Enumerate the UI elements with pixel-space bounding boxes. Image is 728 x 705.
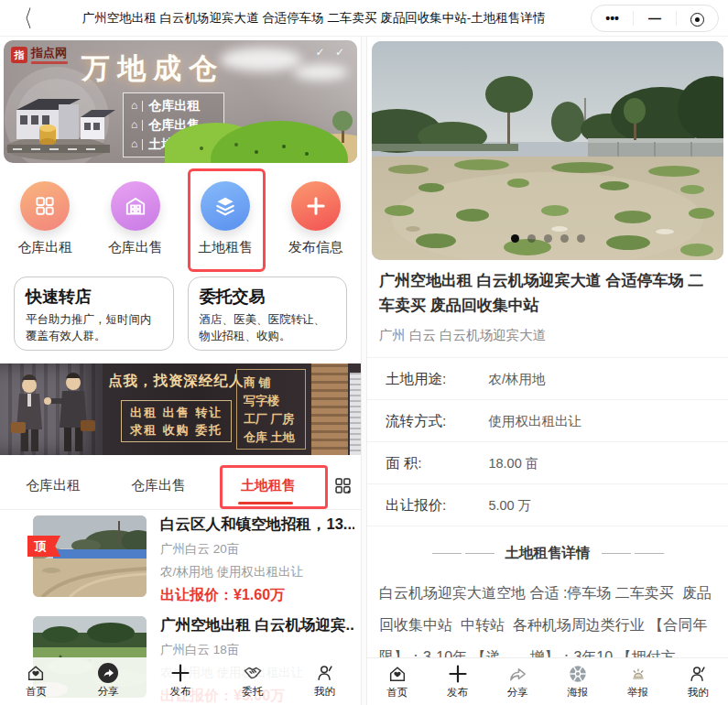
ad-slogan: 点我，找资深经纪人 bbox=[108, 372, 244, 391]
category-land[interactable]: 土地租售 bbox=[180, 176, 271, 256]
category-warehouse-rent[interactable]: 仓库出租 bbox=[0, 176, 91, 256]
field-row: 流转方式: 使用权出租出让 bbox=[367, 400, 728, 442]
carousel-dot[interactable] bbox=[511, 234, 519, 243]
handshake-icon bbox=[216, 662, 288, 684]
close-target-icon[interactable] bbox=[677, 5, 718, 31]
carousel-dot[interactable] bbox=[577, 234, 585, 243]
carousel-dot[interactable] bbox=[544, 234, 552, 243]
section-dash bbox=[432, 553, 462, 554]
detail-title: 广州空地出租 白云机场迎宾大道 合适停车场 二车卖买 废品回收集中站 bbox=[379, 268, 718, 318]
nav-report[interactable]: 举报 bbox=[608, 658, 668, 705]
nav-mine[interactable]: 我的 bbox=[288, 657, 361, 705]
plus-icon bbox=[145, 662, 217, 684]
building-decoration bbox=[311, 363, 348, 455]
share-circle-icon bbox=[72, 662, 145, 684]
nav-mine[interactable]: 我的 bbox=[668, 658, 728, 705]
section-header: 土地租售详情 bbox=[367, 544, 728, 563]
minimize-icon[interactable]: — bbox=[634, 5, 675, 31]
boxes-icon bbox=[20, 181, 70, 231]
siren-icon bbox=[608, 663, 668, 685]
promo-card-desc: 平台助力推广，短时间内覆盖有效人群。 bbox=[26, 311, 162, 344]
grid-menu-icon[interactable] bbox=[333, 476, 353, 495]
promo-card-entrust[interactable]: 委托交易 酒店、医美、医院转让、物业招租、收购。 bbox=[188, 277, 348, 351]
carousel-dot[interactable] bbox=[560, 234, 569, 243]
ad-property-types-box: 商 铺 写字楼 工厂 厂房 仓库 土地 bbox=[236, 369, 306, 450]
category-row: 仓库出租 仓库出售 土地租售 bbox=[0, 176, 361, 256]
tab-land[interactable]: 土地租售 bbox=[241, 477, 296, 494]
nav-publish[interactable]: 发布 bbox=[145, 657, 217, 705]
warehouse-icon bbox=[111, 181, 160, 231]
more-menu-icon[interactable]: ••• bbox=[592, 5, 633, 31]
promo-card-title: 快速转店 bbox=[26, 286, 162, 308]
nav-share[interactable]: 分享 bbox=[72, 657, 145, 705]
layers-icon bbox=[201, 181, 250, 231]
field-value: 农/林用地 bbox=[488, 372, 545, 386]
building-decoration bbox=[350, 373, 361, 455]
section-dash bbox=[635, 553, 664, 554]
nav-home[interactable]: 首页 bbox=[367, 658, 428, 705]
home-page-panel: 指 指点网 万地成仓 ✓ ✓ bbox=[0, 37, 361, 705]
listing-location: 广州白云 20亩 bbox=[160, 541, 354, 558]
detail-location: 广州 白云 白云机场迎宾大道 bbox=[379, 327, 546, 344]
land-photo[interactable] bbox=[372, 41, 723, 260]
home-icon: ⌂ bbox=[131, 137, 137, 151]
field-value: 5.00 万 bbox=[488, 498, 531, 513]
field-row: 土地用途: 农/林用地 bbox=[367, 358, 728, 400]
field-label: 面 积: bbox=[386, 442, 484, 484]
plus-icon bbox=[428, 663, 488, 685]
tab-warehouse-rent[interactable]: 仓库出租 bbox=[26, 477, 81, 494]
field-label: 出让报价: bbox=[386, 484, 484, 526]
bottom-nav: 首页 分享 发布 bbox=[0, 657, 361, 705]
promo-card-transfer[interactable]: 快速转店 平台助力推广，短时间内覆盖有效人群。 bbox=[14, 277, 174, 351]
check-decoration: ✓ ✓ bbox=[316, 46, 348, 59]
category-label: 仓库出租 bbox=[0, 239, 91, 256]
bottom-nav: 首页 发布 分享 bbox=[367, 657, 728, 705]
listing-type: 农/林用地 使用权出租出让 bbox=[160, 564, 354, 580]
field-row: 出让报价: 5.00 万 bbox=[367, 484, 728, 526]
section-title: 土地租售详情 bbox=[505, 544, 591, 563]
warehouse-illustration bbox=[4, 64, 121, 163]
field-row: 面 积: 18.00 亩 bbox=[367, 442, 728, 484]
carousel-dot[interactable] bbox=[527, 234, 536, 243]
category-label: 土地租售 bbox=[180, 239, 271, 256]
nav-publish[interactable]: 发布 bbox=[428, 658, 488, 705]
field-value: 使用权出租出让 bbox=[488, 414, 581, 428]
promo-card-desc: 酒店、医美、医院转让、物业招租、收购。 bbox=[200, 311, 336, 344]
listing-price: 出让报价：¥1.60万 bbox=[160, 586, 354, 605]
window-titlebar: 〈 广州空地出租 白云机场迎宾大道 合适停车场 二车卖买 废品回收集中站-土地租… bbox=[0, 0, 728, 37]
hero-banner[interactable]: 指 指点网 万地成仓 ✓ ✓ bbox=[4, 40, 357, 163]
tab-warehouse-sale[interactable]: 仓库出售 bbox=[131, 477, 186, 494]
nav-poster[interactable]: 海报 bbox=[548, 658, 608, 705]
listing-tabs: 仓库出租 仓库出售 土地租售 bbox=[0, 465, 361, 510]
page-title: 广州空地出租 白云机场迎宾大道 合适停车场 二车卖买 废品回收集中站-土地租售详… bbox=[55, 0, 572, 37]
nav-home[interactable]: 首页 bbox=[0, 657, 72, 705]
back-icon[interactable]: 〈 bbox=[15, 3, 33, 35]
field-value: 18.00 亩 bbox=[488, 456, 538, 471]
user-icon bbox=[288, 662, 361, 684]
promo-card-title: 委托交易 bbox=[200, 286, 336, 308]
section-dash bbox=[465, 553, 494, 554]
share-arrow-icon bbox=[487, 663, 548, 685]
ad-services-box: 出租 出售 转让 求租 收购 委托 bbox=[121, 400, 232, 442]
home-icon: ⌂ bbox=[131, 118, 137, 132]
listing-title: 白云区人和镇空地招租，13... bbox=[160, 515, 354, 535]
category-warehouse-sale[interactable]: 仓库出售 bbox=[91, 176, 181, 256]
listing-title: 广州空地出租 白云机场迎宾... bbox=[160, 615, 354, 635]
nav-share[interactable]: 分享 bbox=[487, 658, 548, 705]
listing-location: 广州白云 18亩 bbox=[160, 642, 354, 658]
active-tab-underline bbox=[238, 502, 293, 504]
carousel-dots bbox=[372, 234, 723, 243]
field-label: 流转方式: bbox=[386, 400, 484, 442]
category-label: 发布信息 bbox=[271, 239, 362, 256]
nav-entrust[interactable]: 委托 bbox=[216, 657, 288, 705]
user-icon bbox=[668, 663, 728, 685]
category-publish[interactable]: 发布信息 bbox=[271, 176, 362, 256]
home-icon bbox=[367, 663, 428, 685]
agent-ad-banner[interactable]: 点我，找资深经纪人 出租 出售 转让 求租 收购 委托 商 铺 写字楼 工厂 厂… bbox=[0, 363, 361, 455]
detail-fields: 土地用途: 农/林用地 流转方式: 使用权出租出让 面 积: 18.00 亩 出… bbox=[367, 357, 728, 526]
miniprogram-capsule: ••• — bbox=[591, 5, 719, 32]
aperture-icon bbox=[548, 663, 608, 685]
promo-card-row: 快速转店 平台助力推广，短时间内覆盖有效人群。 委托交易 酒店、医美、医院转让、… bbox=[14, 277, 347, 351]
listing-item[interactable]: 顶 白云区人和镇空地招租，13... 广州白云 20亩 农/林用地 使用权出租出… bbox=[0, 513, 361, 609]
hills-illustration bbox=[165, 101, 357, 163]
